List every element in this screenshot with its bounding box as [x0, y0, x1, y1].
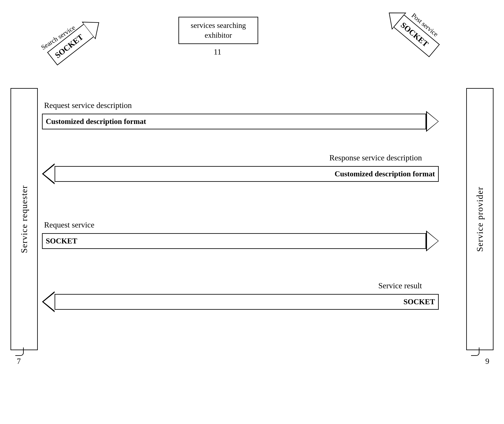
arrow3-container: Request service SOCKET	[42, 220, 439, 251]
arrow3-top-label: Request service	[42, 220, 95, 229]
arrow2-shape: Customized description format	[42, 163, 439, 184]
svg-rect-8	[394, 15, 439, 57]
arrow1-tip	[426, 111, 439, 132]
svg-marker-7	[384, 7, 405, 28]
arrow4-top-label: Service result	[376, 281, 422, 290]
arrow4-container: Service result SOCKET	[42, 281, 439, 312]
label-9: 9	[485, 356, 489, 366]
arrow1-body-text: Customized description format	[46, 117, 146, 126]
arrow2-body-text: Customized description format	[335, 169, 435, 178]
label-7: 7	[17, 356, 21, 366]
svg-rect-1	[48, 24, 94, 65]
arrow1-body: Customized description format	[42, 114, 426, 129]
arrow3-shape: SOCKET	[42, 231, 439, 251]
arrow1-container: Request service description Customized d…	[42, 101, 439, 132]
svg-text:SOCKET: SOCKET	[399, 20, 430, 49]
arrow1-shape: Customized description format	[42, 111, 439, 132]
arrow2-body: Customized description format	[55, 166, 439, 182]
arrow2-container: Response service description Customized …	[42, 153, 439, 184]
arrow4-shape: SOCKET	[42, 291, 439, 312]
arrow3-body: SOCKET	[42, 233, 426, 249]
arrow2-top-label: Response service description	[327, 153, 422, 162]
arrow4-body: SOCKET	[55, 294, 439, 310]
label-11: 11	[214, 47, 222, 56]
service-requester-box: Service requester	[11, 88, 38, 350]
diagram: SOCKET Search service SOCKET Post servic…	[0, 0, 504, 424]
svg-overlay: SOCKET Search service SOCKET Post servic…	[0, 0, 504, 424]
center-box: services searching exhibitor	[179, 17, 258, 44]
center-box-text: services searching exhibitor	[179, 20, 258, 40]
service-provider-label: Service provider	[475, 187, 485, 252]
arrow4-tip	[42, 291, 55, 312]
arrow1-top-label: Request service description	[42, 101, 132, 110]
arrow4-body-text: SOCKET	[403, 297, 435, 306]
svg-text:Search service: Search service	[40, 24, 77, 51]
service-requester-label: Service requester	[19, 185, 29, 253]
svg-marker-2	[83, 14, 105, 39]
corner-decoration-right	[471, 348, 479, 356]
svg-marker-6	[383, 5, 406, 29]
service-provider-box: Service provider	[466, 88, 493, 350]
svg-text:Post service: Post service	[410, 12, 440, 38]
corner-decoration-left	[15, 348, 24, 356]
svg-text:SOCKET: SOCKET	[53, 32, 85, 60]
arrow3-body-text: SOCKET	[46, 237, 77, 245]
svg-marker-3	[83, 16, 103, 38]
arrow2-tip	[42, 163, 55, 184]
arrow3-tip	[426, 231, 439, 251]
